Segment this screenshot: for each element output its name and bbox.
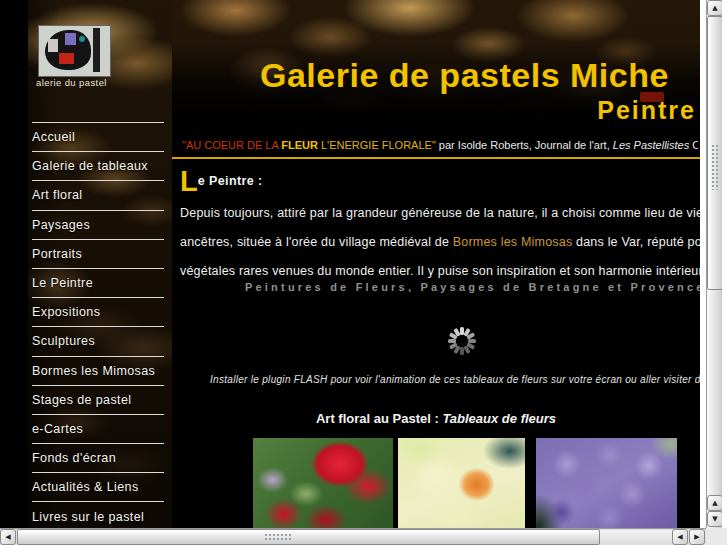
webpage: alerie du pastel Galerie de pastels Mich…	[0, 0, 700, 528]
painting-daffodil[interactable]	[398, 438, 525, 528]
sidebar-item-actualites-liens[interactable]: Actualités & Liens	[32, 473, 164, 502]
quote-date: Oct.05	[689, 139, 698, 151]
scroll-down-button[interactable]: ▼	[707, 511, 723, 527]
tagline-text: Peintures de Fleurs, Paysages de Bretagn…	[172, 281, 700, 293]
horizontal-scrollbar-area: ◀ ◀ ▶	[0, 528, 706, 545]
bormes-les-mimosas-link[interactable]: Bormes les Mimosas	[453, 235, 573, 249]
gold-divider-rule	[172, 157, 700, 159]
painter-section-heading: Le Peintre :	[180, 165, 263, 195]
quote-byline: par Isolde Roberts, Journal de l'art,	[436, 139, 613, 151]
mini-painting-purple	[65, 33, 76, 45]
horizontal-scrollbar-track[interactable]	[600, 530, 672, 545]
sidebar-item-bormes-les-mimosas[interactable]: Bormes les Mimosas	[32, 357, 164, 386]
scrollbar-grip-icon	[264, 533, 292, 542]
mini-painting-teal	[79, 36, 85, 42]
sidebar-item-expositions[interactable]: Expositions	[32, 298, 164, 327]
horizontal-scrollbar-thumb[interactable]	[17, 529, 600, 545]
painting-hydrangea[interactable]	[536, 438, 677, 528]
sidebar-item-art-floral[interactable]: Art floral	[32, 181, 164, 210]
quote-tail: L'ENERGIE FLORALE"	[318, 139, 436, 151]
logo-caption: alerie du pastel	[36, 77, 128, 88]
sidebar-item-fonds-d-ecran[interactable]: Fonds d'écran	[32, 444, 164, 473]
quote-flower-word: FLEUR	[281, 139, 318, 151]
dropcap-initial: L	[180, 165, 198, 197]
easel-bar-icon	[93, 28, 100, 72]
paragraph-line-1: Depuis toujours, attiré par la grandeur …	[180, 199, 700, 228]
site-logo[interactable]	[38, 25, 111, 77]
scroll-left-button[interactable]: ◀	[0, 529, 16, 545]
mini-painting-white	[48, 39, 58, 52]
loading-spinner-icon	[447, 326, 477, 356]
sidebar-item-paysages[interactable]: Paysages	[32, 211, 164, 240]
sidebar-item-livres-sur-le-pastel[interactable]: Livres sur le pastel	[32, 502, 164, 528]
right-gutter	[722, 0, 727, 528]
page-subtitle: Peintre	[440, 96, 700, 125]
flash-plugin-note: Installer le plugin FLASH pour voir l'an…	[172, 374, 700, 385]
scroll-left-button-right[interactable]: ◀	[672, 529, 688, 545]
painting-red-poppies[interactable]	[253, 438, 393, 528]
browser-viewport: alerie du pastel Galerie de pastels Mich…	[0, 0, 727, 545]
gallery-heading: Art floral au Pastel : Tableaux de fleur…	[172, 411, 700, 426]
sidebar-nav: Accueil Galerie de tableaux Art floral P…	[32, 122, 164, 528]
vertical-scrollbar-thumb[interactable]	[707, 16, 723, 290]
scrollbar-corner	[706, 528, 727, 545]
sidebar-item-galerie-de-tableaux[interactable]: Galerie de tableaux	[32, 152, 164, 181]
page-title: Galerie de pastels Miche	[260, 56, 700, 95]
vertical-scrollbar-track[interactable]: ▲ ▲ ▼	[706, 0, 722, 528]
press-quote: "AU COEUR DE LA FLEUR L'ENERGIE FLORALE"…	[182, 139, 698, 151]
sidebar-item-sculptures[interactable]: Sculptures	[32, 327, 164, 356]
sidebar-item-portraits[interactable]: Portraits	[32, 240, 164, 269]
quote-publication: Les Pastellistes	[613, 139, 689, 151]
sidebar-item-stages-de-pastel[interactable]: Stages de pastel	[32, 386, 164, 415]
sidebar-item-e-cartes[interactable]: e-Cartes	[32, 415, 164, 444]
scroll-up-button[interactable]: ▲	[707, 0, 723, 16]
scrollbar-grip-icon	[711, 144, 720, 190]
mini-painting-red	[59, 53, 74, 64]
painter-paragraph: Depuis toujours, attiré par la grandeur …	[180, 199, 700, 286]
scroll-up-button-bottom[interactable]: ▲	[707, 495, 723, 511]
sidebar-item-accueil[interactable]: Accueil	[32, 123, 164, 152]
sidebar-item-le-peintre[interactable]: Le Peintre	[32, 269, 164, 298]
paragraph-line-2: ancêtres, située à l'orée du village méd…	[180, 228, 700, 257]
scroll-right-button[interactable]: ▶	[689, 529, 705, 545]
quote-lead: "AU COEUR DE LA	[182, 139, 281, 151]
